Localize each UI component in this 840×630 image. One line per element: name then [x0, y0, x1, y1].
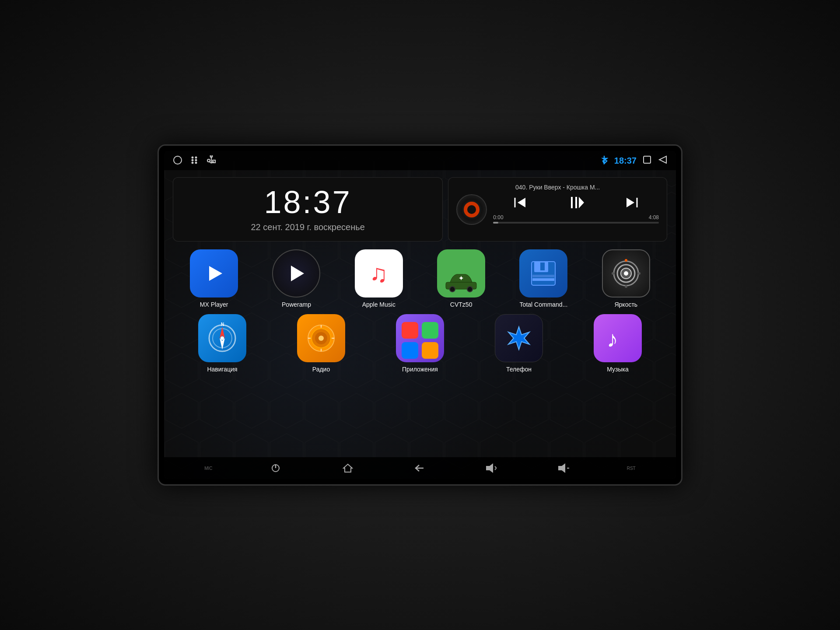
recent-apps-icon[interactable] [643, 155, 651, 166]
progress-total: 4:08 [649, 214, 659, 220]
app-icon-radio [297, 314, 345, 362]
app-radio[interactable]: Радио [297, 314, 345, 373]
app-icon-phone [495, 314, 543, 362]
menu-dots-icon [190, 156, 198, 166]
svg-point-25 [450, 287, 455, 292]
app-label-music: Музыка [607, 366, 629, 373]
app-cvtz50[interactable]: ✦ CVTz50 [437, 249, 485, 308]
app-label-total-commander: Total Command... [520, 301, 568, 308]
svg-marker-63 [558, 463, 565, 473]
svg-point-37 [625, 259, 627, 262]
svg-marker-62 [486, 463, 493, 473]
vinyl-disc [456, 194, 487, 225]
apps-row-2: N Навигация [173, 314, 667, 373]
app-icon-apple-music: ♫ [355, 249, 403, 298]
app-phone[interactable]: Телефон [495, 314, 543, 373]
app-quad-red [402, 322, 418, 339]
svg-point-4 [195, 156, 197, 158]
next-button[interactable] [626, 197, 638, 211]
media-track-title: 040. Руки Вверх - Крошка М... [456, 184, 659, 191]
app-quad-blue [402, 342, 418, 359]
svg-text:✦: ✦ [458, 275, 464, 282]
car-frame: 18:37 [0, 0, 840, 630]
app-label-poweramp: Poweramp [282, 301, 311, 308]
svg-marker-16 [518, 198, 525, 207]
svg-point-6 [195, 161, 197, 164]
media-buttons: 0:00 4:08 [493, 196, 659, 224]
nav-rst: RST [627, 466, 636, 471]
nav-vol-up-button[interactable] [483, 459, 500, 477]
media-controls-row: 0:00 4:08 [456, 194, 659, 225]
prev-button[interactable] [514, 197, 526, 211]
app-label-navigation: Навигация [207, 366, 237, 373]
svg-point-38 [625, 285, 627, 288]
screen-bezel: 18:37 [158, 144, 682, 486]
status-bar: 18:37 [164, 151, 676, 170]
app-apps[interactable]: Приложения [396, 314, 444, 373]
app-icon-total-commander [519, 249, 567, 298]
app-poweramp[interactable]: Poweramp [272, 249, 320, 308]
apple-music-note-icon: ♫ [370, 259, 388, 287]
svg-marker-60 [343, 464, 352, 472]
media-widget[interactable]: 040. Руки Вверх - Крошка М... [448, 177, 667, 242]
svg-rect-30 [540, 262, 545, 270]
app-quad-orange [422, 342, 438, 359]
app-label-brightness: Яркость [614, 301, 637, 308]
app-label-cvtz50: CVTz50 [450, 301, 472, 308]
app-icon-brightness [602, 249, 650, 298]
media-btn-row [493, 196, 659, 212]
nav-back-button[interactable] [411, 459, 428, 477]
nav-home-button[interactable] [339, 459, 357, 477]
svg-point-36 [624, 271, 628, 276]
apps-row-1: MX Player Poweramp [173, 249, 667, 308]
app-music[interactable]: ♪ Музыка [594, 314, 642, 373]
progress-times: 0:00 4:08 [493, 214, 659, 220]
svg-point-1 [192, 156, 194, 158]
svg-point-26 [467, 287, 472, 292]
svg-point-45 [220, 336, 224, 340]
svg-rect-32 [532, 278, 554, 281]
svg-text:♪: ♪ [607, 327, 618, 351]
svg-point-10 [207, 159, 210, 162]
app-navigation[interactable]: N Навигация [198, 314, 246, 373]
play-pause-button[interactable] [568, 196, 584, 212]
app-icon-mx-player [190, 249, 238, 298]
svg-point-0 [174, 156, 182, 164]
svg-point-50 [318, 336, 324, 341]
svg-marker-22 [209, 266, 222, 281]
usb-icon [206, 155, 217, 166]
svg-rect-13 [644, 156, 651, 163]
app-icon-cvtz50: ✦ [437, 249, 485, 298]
progress-current: 0:00 [493, 214, 503, 220]
app-brightness[interactable]: Яркость [602, 249, 650, 308]
status-right: 18:37 [600, 155, 667, 166]
nav-mic: MIC [204, 466, 212, 471]
svg-point-39 [612, 272, 614, 275]
back-button-icon[interactable] [658, 155, 667, 166]
app-label-apple-music: Apple Music [362, 301, 396, 308]
svg-marker-14 [659, 156, 666, 163]
app-label-apps: Приложения [402, 366, 438, 373]
nav-vol-down-button[interactable] [555, 459, 572, 477]
nav-mic-label: MIC [204, 466, 212, 471]
app-mx-player[interactable]: MX Player [190, 249, 238, 308]
svg-rect-31 [532, 275, 554, 277]
status-time: 18:37 [614, 156, 637, 166]
app-icon-apps [396, 314, 444, 362]
progress-bar[interactable] [493, 222, 659, 224]
svg-point-2 [192, 159, 194, 161]
apps-section: MX Player Poweramp [164, 246, 676, 457]
bluetooth-icon [600, 155, 608, 166]
clock-date: 22 сент. 2019 г. воскресенье [251, 222, 364, 232]
app-apple-music[interactable]: ♫ Apple Music [355, 249, 403, 308]
app-total-commander[interactable]: Total Command... [519, 249, 567, 308]
media-progress: 0:00 4:08 [493, 214, 659, 224]
screen: 18:37 [164, 151, 676, 479]
app-icon-navigation: N [198, 314, 246, 362]
nav-rst-label: RST [627, 466, 636, 471]
app-label-mx-player: MX Player [200, 301, 228, 308]
clock-widget: 18:37 22 сент. 2019 г. воскресенье [173, 177, 443, 242]
nav-power-button[interactable] [267, 459, 284, 477]
svg-point-40 [638, 272, 640, 275]
clock-time: 18:37 [264, 186, 352, 218]
